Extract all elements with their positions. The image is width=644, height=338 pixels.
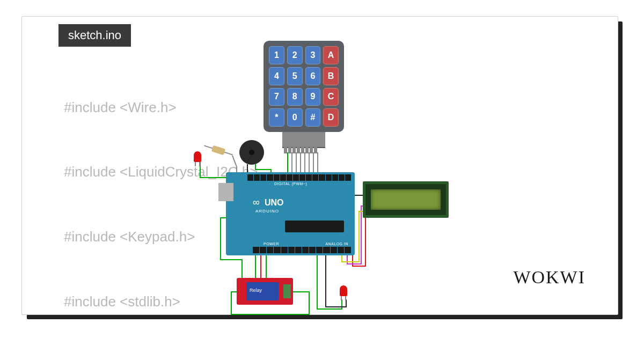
- lcd-16x2[interactable]: [363, 181, 449, 218]
- wokwi-logo: WOKWI: [513, 267, 586, 288]
- keypad-key[interactable]: 3: [305, 46, 321, 64]
- arduino-mcu-chip: [285, 221, 344, 232]
- arduino-digital-label: DIGITAL (PWM~): [274, 182, 307, 186]
- keypad-key[interactable]: 9: [305, 88, 321, 106]
- relay-label: Relay: [250, 288, 262, 293]
- relay-module[interactable]: Relay: [237, 278, 293, 305]
- keypad-pins: [284, 146, 317, 153]
- keypad[interactable]: 1 2 3 A 4 5 6 B 7 8 9 C * 0 # D: [264, 41, 344, 132]
- arduino-usb-port: [218, 183, 233, 201]
- keypad-key[interactable]: 5: [287, 67, 303, 85]
- keypad-key[interactable]: C: [323, 88, 339, 106]
- wokwi-logo-text: WOKWI: [513, 267, 586, 287]
- lcd-screen: [371, 189, 441, 210]
- keypad-key[interactable]: 6: [305, 67, 321, 85]
- filename-tab[interactable]: sketch.ino: [58, 24, 131, 47]
- arduino-brand: UNO: [265, 198, 284, 208]
- arduino-power-label: POWER: [264, 242, 279, 246]
- keypad-key[interactable]: B: [323, 67, 339, 85]
- keypad-key[interactable]: 7: [269, 88, 284, 106]
- keypad-key[interactable]: 2: [287, 46, 303, 64]
- arduino-analog-label: ANALOG IN: [325, 242, 348, 246]
- circuit-canvas[interactable]: 1 2 3 A 4 5 6 B 7 8 9 C * 0 # D: [194, 41, 451, 298]
- arduino-power-analog-header[interactable]: [253, 247, 352, 253]
- led-red-1[interactable]: [194, 151, 201, 162]
- keypad-key[interactable]: 4: [269, 67, 284, 85]
- preview-card: sketch.ino #include <Wire.h> #include <L…: [21, 16, 618, 315]
- buzzer[interactable]: [239, 140, 264, 165]
- keypad-key[interactable]: *: [269, 108, 284, 127]
- led-red-2[interactable]: [340, 285, 347, 296]
- relay-terminal: [283, 284, 291, 298]
- arduino-digital-header[interactable]: [247, 174, 352, 181]
- keypad-key[interactable]: #: [305, 108, 321, 127]
- keypad-key[interactable]: 1: [269, 46, 284, 64]
- keypad-key[interactable]: 8: [287, 88, 303, 106]
- resistor[interactable]: [203, 144, 233, 157]
- filename-label: sketch.ino: [68, 28, 121, 42]
- arduino-uno[interactable]: DIGITAL (PWM~) ∞ UNO ARDUINO POWER ANALO…: [226, 172, 355, 255]
- arduino-logo-icon: ∞: [253, 197, 260, 208]
- keypad-key[interactable]: D: [323, 108, 339, 127]
- keypad-key[interactable]: 0: [287, 108, 303, 127]
- arduino-subbrand: ARDUINO: [255, 209, 279, 214]
- keypad-key[interactable]: A: [323, 46, 339, 64]
